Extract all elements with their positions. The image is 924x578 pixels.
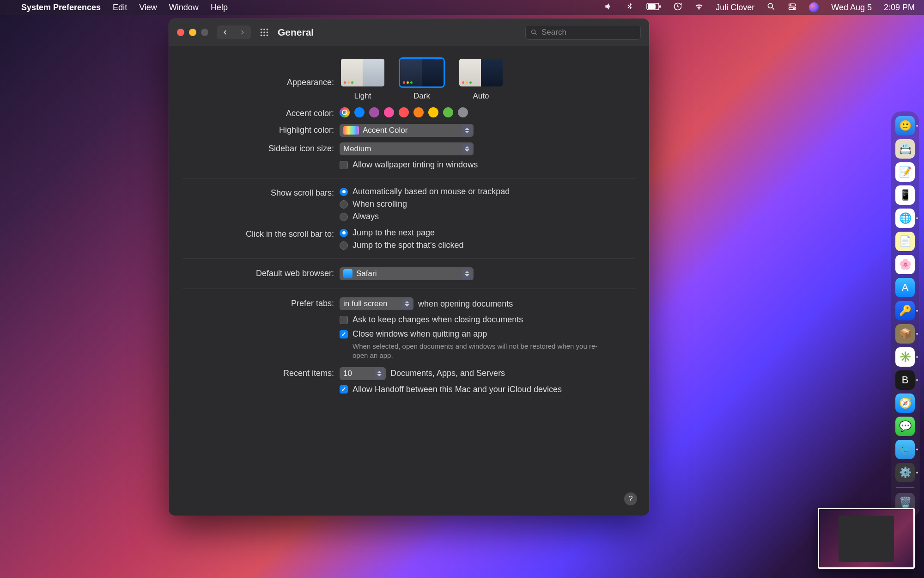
dock-reminders[interactable]: 📝 [895,162,915,182]
spotlight-icon[interactable] [766,2,776,13]
appearance-dark[interactable]: Dark [399,57,445,101]
app-menu[interactable]: System Preferences [21,3,101,12]
menubar: System Preferences Edit View Window Help… [0,0,924,15]
accent-orange[interactable] [413,107,424,117]
appearance-light-label: Light [354,92,371,101]
browser-label: Default web browser: [182,267,340,278]
minimize-button[interactable] [189,29,196,36]
highlight-value: Accent Color [363,126,407,135]
recent-suffix: Documents, Apps, and Servers [390,369,505,378]
accent-graphite[interactable] [458,107,468,117]
dock-photos[interactable]: 🌸 [895,255,915,274]
svg-point-15 [263,34,265,36]
close-button[interactable] [177,29,184,36]
chevron-updown-icon [462,269,472,279]
show-all-button[interactable] [257,25,271,39]
help-button[interactable]: ? [624,492,637,505]
accent-yellow[interactable] [428,107,438,117]
safari-icon [343,269,353,278]
tabs-suffix: when opening documents [418,299,513,309]
dock-sysprefs[interactable]: ⚙️ [895,463,915,482]
browser-value: Safari [356,269,377,278]
scroll-always-radio[interactable] [340,213,348,221]
zoom-button[interactable] [201,29,208,36]
dock-simulator[interactable]: 📱 [895,185,915,205]
menu-window[interactable]: Window [169,3,199,12]
handoff-checkbox[interactable] [340,385,348,394]
ask-keep-label: Ask to keep changes when closing documen… [353,315,523,325]
scroll-auto-radio[interactable] [340,188,348,196]
recent-select[interactable]: 10 [340,367,386,380]
chevron-updown-icon [375,369,384,379]
timemachine-icon[interactable] [673,2,682,13]
accent-pink[interactable] [384,107,394,117]
svg-rect-6 [789,7,796,9]
menubar-date[interactable]: Wed Aug 5 [831,3,872,12]
controlcenter-icon[interactable] [788,2,797,13]
scroll-when-label: When scrolling [353,199,407,209]
dock-1password[interactable]: 🔑 [895,301,915,320]
accent-green[interactable] [443,107,453,117]
scroll-always-label: Always [353,212,379,221]
highlight-label: Highlight color: [182,124,340,135]
tabs-select[interactable]: in full screen [340,297,413,310]
window-controls [177,29,208,36]
forward-button [234,25,251,39]
dock-finder[interactable]: 🙂 [895,116,915,135]
accent-label: Accent color: [182,107,340,118]
menu-help[interactable]: Help [211,3,228,12]
menu-view[interactable]: View [139,3,157,12]
appearance-light[interactable]: Light [340,57,386,101]
dock-notes[interactable]: 📄 [895,232,915,251]
scrollbars-label: Show scroll bars: [182,187,340,198]
appearance-label: Appearance: [182,57,340,87]
accent-purple[interactable] [369,107,379,117]
wallpaper-tint-checkbox[interactable] [340,161,348,169]
accent-red[interactable] [399,107,409,117]
preferences-window: General Search Appearance: Light Dark [169,18,649,516]
close-windows-checkbox[interactable] [340,330,348,338]
accent-multicolor[interactable] [340,107,350,117]
dock-package[interactable]: 📦 [895,324,915,344]
accent-blue[interactable] [354,107,365,117]
ask-keep-checkbox[interactable] [340,316,348,324]
siri-icon[interactable] [809,2,819,12]
search-input[interactable]: Search [525,25,641,40]
svg-point-16 [267,34,268,36]
wifi-icon[interactable] [694,2,704,13]
dock-tweetbot[interactable]: 🐦 [895,440,915,459]
divider [182,258,635,259]
svg-rect-1 [648,4,656,9]
divider [182,178,635,178]
battery-icon[interactable] [646,3,661,12]
bluetooth-icon[interactable] [625,2,634,13]
handoff-label: Allow Handoff between this Mac and your … [353,385,562,394]
accent-swatches [340,107,635,117]
highlight-color-swatch [343,126,359,135]
back-button[interactable] [217,25,233,39]
dock-messages[interactable]: 💬 [895,417,915,436]
scrollclick-page-radio[interactable] [340,229,348,237]
dock-appstore[interactable]: A [895,278,915,297]
sidebar-size-value: Medium [343,144,371,154]
scroll-when-radio[interactable] [340,200,348,209]
volume-icon[interactable] [604,2,613,13]
sidebar-size-select[interactable]: Medium [340,142,474,155]
browser-select[interactable]: Safari [340,267,474,280]
screen-preview[interactable] [818,508,915,569]
highlight-select[interactable]: Accent Color [340,124,474,137]
window-title: General [278,27,314,38]
dock-safari[interactable]: 🧭 [895,394,915,413]
tabs-label: Prefer tabs: [182,297,340,308]
appearance-auto[interactable]: Auto [458,57,504,101]
dock-bold-app[interactable]: B [895,370,915,390]
menubar-time[interactable]: 2:09 PM [884,3,915,12]
scrollclick-spot-radio[interactable] [340,241,348,250]
svg-point-3 [768,3,773,8]
menubar-user[interactable]: Juli Clover [716,3,754,12]
dock-contacts[interactable]: 📇 [895,139,915,159]
dock: 🙂📇📝📱🌐📄🌸A🔑📦✳️B🧭💬🐦⚙️🗑️ [891,111,919,517]
dock-chrome[interactable]: 🌐 [895,209,915,228]
dock-slack[interactable]: ✳️ [895,347,915,367]
menu-edit[interactable]: Edit [113,3,127,12]
